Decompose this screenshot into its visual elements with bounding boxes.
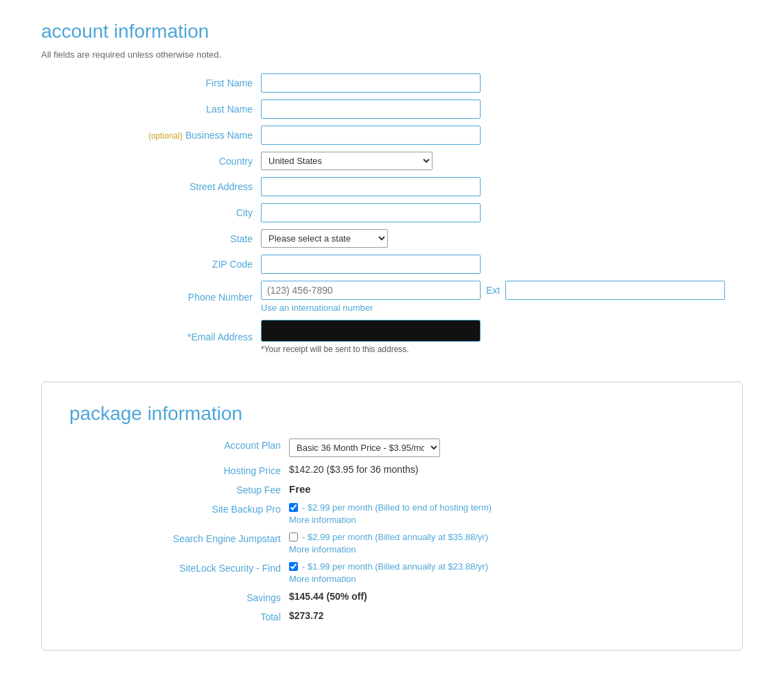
sitelock-line: - $1.99 per month (Billed annually at $2… [289,561,488,572]
street-address-input[interactable] [261,177,481,196]
first-name-label: First Name [41,78,261,89]
last-name-input[interactable] [261,100,481,119]
site-backup-row: Site Backup Pro - $2.99 per month (Bille… [69,502,715,525]
account-title: account information [41,21,743,43]
phone-wrapper: Ext [261,281,725,300]
setup-fee-label: Setup Fee [69,483,289,495]
first-name-row: First Name [41,73,743,93]
state-label: State [41,233,261,244]
sitelock-label: SiteLock Security - Find [69,561,289,574]
account-plan-label: Account Plan [69,439,289,451]
total-value: $273.72 [289,610,324,621]
business-name-label: (optional)Business Name [41,130,261,141]
search-engine-row: Search Engine Jumpstart - $2.99 per mont… [69,532,715,554]
site-backup-more-info[interactable]: More information [289,515,492,525]
zip-code-row: ZIP Code [41,255,743,274]
total-row: Total $273.72 [69,610,715,622]
site-backup-price: - $2.99 per month (Billed to end of host… [302,502,492,513]
site-backup-line: - $2.99 per month (Billed to end of host… [289,502,492,513]
account-plan-row: Account Plan Basic 36 Month Price - $3.9… [69,439,715,457]
savings-label: Savings [69,591,289,603]
sitelock-row: SiteLock Security - Find - $1.99 per mon… [69,561,715,584]
first-name-input[interactable] [261,73,481,93]
last-name-row: Last Name [41,100,743,119]
search-engine-checkbox[interactable] [289,533,298,541]
search-engine-label: Search Engine Jumpstart [69,532,289,544]
street-address-label: Street Address [41,181,261,192]
search-engine-line: - $2.99 per month (Billed annually at $3… [289,532,488,542]
business-name-input[interactable] [261,126,481,145]
site-backup-label: Site Backup Pro [69,502,289,515]
street-address-row: Street Address [41,177,743,196]
email-input-redacted[interactable] [261,320,481,342]
site-backup-checkbox[interactable] [289,503,298,512]
business-name-row: (optional)Business Name [41,126,743,145]
city-input[interactable] [261,203,481,222]
city-label: City [41,207,261,218]
hosting-price-value: $142.20 ($3.95 for 36 months) [289,464,418,475]
country-select[interactable]: United States [261,152,433,170]
phone-number-label: Phone Number [41,292,261,303]
sitelock-addon: - $1.99 per month (Billed annually at $2… [289,561,488,584]
email-col: *Your receipt will be sent to this addre… [261,320,481,354]
state-row: State Please select a state [41,229,743,248]
search-engine-addon: - $2.99 per month (Billed annually at $3… [289,532,488,554]
country-label: Country [41,156,261,167]
site-backup-addon: - $2.99 per month (Billed to end of host… [289,502,492,525]
hosting-price-label: Hosting Price [69,464,289,476]
last-name-label: Last Name [41,104,261,115]
intl-number-link[interactable]: Use an international number [261,303,725,313]
phone-number-row: Phone Number Ext Use an international nu… [41,281,743,313]
ext-label: Ext [486,285,500,296]
setup-fee-value: Free [289,483,311,495]
email-note: *Your receipt will be sent to this addre… [261,344,481,354]
zip-code-label: ZIP Code [41,259,261,270]
sitelock-checkbox[interactable] [289,562,298,571]
savings-value: $145.44 (50% off) [289,591,367,602]
phone-col: Ext Use an international number [261,281,725,313]
email-row: *Email Address *Your receipt will be sen… [41,320,743,354]
package-information-section: package information Account Plan Basic 3… [41,382,743,651]
account-plan-select[interactable]: Basic 36 Month Price - $3.95/mo. [289,439,440,457]
search-engine-more-info[interactable]: More information [289,544,488,554]
ext-input[interactable] [505,281,725,300]
account-subtitle: All fields are required unless otherwise… [41,49,743,60]
email-label: *Email Address [41,331,261,342]
package-title: package information [69,403,715,425]
country-row: Country United States [41,152,743,170]
city-row: City [41,203,743,222]
sitelock-price: - $1.99 per month (Billed annually at $2… [302,561,488,572]
setup-fee-row: Setup Fee Free [69,483,715,495]
hosting-price-row: Hosting Price $142.20 ($3.95 for 36 mont… [69,464,715,476]
sitelock-more-info[interactable]: More information [289,574,488,584]
account-information-section: account information All fields are requi… [41,21,743,354]
optional-label: (optional) [148,131,183,141]
account-plan-value: Basic 36 Month Price - $3.95/mo. [289,439,440,457]
phone-input[interactable] [261,281,481,300]
state-select[interactable]: Please select a state [261,229,388,248]
search-engine-price: - $2.99 per month (Billed annually at $3… [302,532,488,542]
savings-row: Savings $145.44 (50% off) [69,591,715,603]
zip-code-input[interactable] [261,255,481,274]
total-label: Total [69,610,289,622]
